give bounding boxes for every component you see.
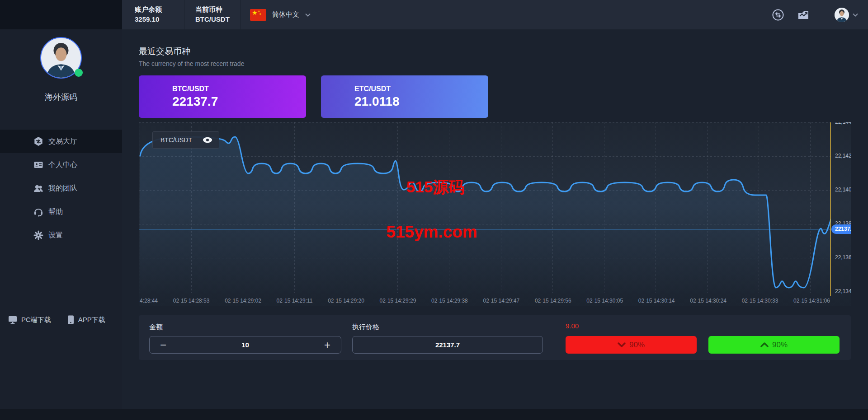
x-axis-label: 02-15 14:29:29 bbox=[380, 298, 416, 304]
app-root: 账户余额 3259.10 当前币种 BTC/USDT ★★★ 简体中文 bbox=[0, 0, 868, 420]
price-chart[interactable]: BTC/USDT 515源码 515ym.com 22,14422,14222,… bbox=[139, 122, 851, 306]
y-axis-label: 22,142 bbox=[835, 153, 851, 159]
app-download-link[interactable]: APP下载 bbox=[67, 315, 105, 324]
countdown-timer: 9.00 bbox=[566, 322, 579, 330]
execution-price-field bbox=[352, 336, 543, 354]
sidebar-item-label: 帮助 bbox=[48, 207, 63, 217]
language-selector[interactable]: ★★★ 简体中文 bbox=[250, 0, 311, 29]
y-axis-label: 22,144 bbox=[835, 122, 851, 125]
app-download-label: APP下载 bbox=[78, 316, 105, 324]
headset-help-icon bbox=[33, 207, 43, 217]
x-axis-label: 02-15 14:31:06 bbox=[793, 298, 830, 304]
symbol-chip[interactable]: BTC/USDT bbox=[152, 131, 219, 149]
sidebar: 海外源码 交易大厅 bbox=[0, 29, 122, 409]
transfer-icon[interactable] bbox=[772, 9, 784, 21]
current-pair-value: BTC/USDT bbox=[195, 14, 241, 24]
x-axis-label: 02-15 14:29:38 bbox=[431, 298, 468, 304]
amount-input[interactable] bbox=[177, 341, 314, 349]
topbar-actions bbox=[772, 0, 858, 29]
sidebar-item-label: 交易大厅 bbox=[48, 137, 77, 146]
account-balance-label: 账户余额 bbox=[135, 5, 184, 14]
bottom-strip bbox=[0, 409, 868, 420]
x-axis-label: 02-15 14:30:14 bbox=[638, 298, 675, 304]
pc-download-link[interactable]: PC端下载 bbox=[8, 315, 51, 324]
y-axis-label: 22,136 bbox=[835, 254, 851, 261]
pair-card-btc-usdt[interactable]: BTC/USDT 22137.7 bbox=[139, 75, 306, 118]
language-label: 简体中文 bbox=[272, 10, 299, 19]
sidebar-item-label: 我的团队 bbox=[48, 184, 77, 193]
pair-price: 21.0118 bbox=[354, 94, 488, 109]
account-balance-value: 3259.10 bbox=[135, 14, 184, 24]
order-panel: 金额 − + 执行价格 9.00 90% 90% bbox=[139, 315, 851, 360]
market-chart-icon[interactable] bbox=[797, 9, 809, 20]
profile-avatar[interactable] bbox=[40, 37, 82, 79]
trade-hall-icon bbox=[33, 136, 43, 146]
x-axis-label: 02-15 14:29:11 bbox=[277, 298, 313, 304]
sell-down-button[interactable]: 90% bbox=[566, 336, 697, 354]
pair-name: BTC/USDT bbox=[172, 84, 306, 94]
recent-pairs: BTC/USDT 22137.7 ETC/USDT 21.0118 bbox=[139, 75, 488, 118]
page-subtitle: The currency of the most recent trade bbox=[139, 60, 244, 67]
execution-price-input[interactable] bbox=[353, 336, 542, 353]
x-axis-label: 02-15 14:29:56 bbox=[535, 298, 571, 304]
watermark-url: 515ym.com bbox=[380, 223, 484, 242]
watermark-text: 515源码 bbox=[383, 177, 487, 198]
x-axis-label: 02-15 14:29:20 bbox=[328, 298, 364, 304]
current-pair-block: 当前币种 BTC/USDT bbox=[184, 0, 241, 29]
china-flag-icon: ★★★ bbox=[250, 9, 266, 21]
amount-stepper: − + bbox=[149, 336, 341, 354]
phone-icon bbox=[67, 315, 74, 324]
sidebar-header-corner bbox=[0, 0, 122, 29]
user-avatar[interactable] bbox=[835, 8, 849, 22]
y-axis-label: 22,140 bbox=[835, 187, 851, 193]
current-price-pill: 22137.7 bbox=[831, 224, 851, 234]
symbol-chip-label: BTC/USDT bbox=[160, 136, 192, 144]
pair-card-etc-usdt[interactable]: ETC/USDT 21.0118 bbox=[321, 75, 488, 118]
sidebar-item-label: 设置 bbox=[48, 231, 63, 240]
monitor-icon bbox=[8, 316, 17, 324]
y-axis-labels: 22,14422,14222,14022,13822,13622,134 bbox=[139, 122, 851, 306]
page-title: 最近交易币种 bbox=[139, 46, 190, 57]
arrow-up-icon bbox=[760, 342, 769, 347]
sell-percent: 90% bbox=[629, 341, 645, 350]
sidebar-item-label: 个人中心 bbox=[48, 160, 77, 170]
topbar: 账户余额 3259.10 当前币种 BTC/USDT ★★★ 简体中文 bbox=[122, 0, 868, 29]
id-card-icon bbox=[33, 160, 43, 170]
team-icon bbox=[33, 183, 43, 193]
x-axis-label: 02-15 14:30:24 bbox=[690, 298, 726, 304]
download-links: PC端下载 APP下载 bbox=[8, 315, 105, 324]
sidebar-nav: 交易大厅 个人中心 bbox=[0, 130, 122, 247]
y-axis-label: 22,134 bbox=[835, 288, 851, 294]
account-balance-block: 账户余额 3259.10 bbox=[122, 0, 184, 29]
eye-icon[interactable] bbox=[203, 137, 212, 143]
amount-label: 金额 bbox=[149, 323, 163, 331]
pair-name: ETC/USDT bbox=[354, 84, 488, 94]
x-axis-labels: 4:28:4402-15 14:28:5302-15 14:29:0202-15… bbox=[139, 296, 831, 306]
execution-price-label: 执行价格 bbox=[352, 323, 379, 331]
x-axis-label: 02-15 14:29:47 bbox=[483, 298, 519, 304]
x-axis-label: 02-15 14:29:02 bbox=[225, 298, 261, 304]
pc-download-label: PC端下载 bbox=[21, 316, 51, 324]
sidebar-item-personal-center[interactable]: 个人中心 bbox=[0, 153, 122, 177]
sidebar-item-help[interactable]: 帮助 bbox=[0, 200, 122, 224]
online-status-dot bbox=[75, 69, 83, 77]
x-axis-label: 02-15 14:30:33 bbox=[742, 298, 778, 304]
x-axis-label: 02-15 14:28:53 bbox=[173, 298, 210, 304]
avatar-chevron-down-icon[interactable] bbox=[853, 13, 858, 17]
decrease-button[interactable]: − bbox=[150, 337, 177, 353]
buy-up-button[interactable]: 90% bbox=[708, 336, 840, 354]
sidebar-item-my-team[interactable]: 我的团队 bbox=[0, 177, 122, 200]
main-content: 最近交易币种 The currency of the most recent t… bbox=[122, 29, 868, 409]
current-pair-label: 当前币种 bbox=[195, 5, 241, 14]
x-axis-label: 4:28:44 bbox=[140, 298, 158, 304]
username: 海外源码 bbox=[0, 92, 122, 103]
increase-button[interactable]: + bbox=[314, 337, 341, 353]
buy-percent: 90% bbox=[772, 341, 788, 350]
sidebar-item-trade-hall[interactable]: 交易大厅 bbox=[0, 130, 122, 153]
x-axis-label: 02-15 14:30:05 bbox=[586, 298, 623, 304]
chevron-down-icon bbox=[305, 13, 311, 17]
pair-price: 22137.7 bbox=[172, 94, 306, 109]
arrow-down-icon bbox=[618, 342, 626, 347]
gear-icon bbox=[33, 230, 43, 240]
sidebar-item-settings[interactable]: 设置 bbox=[0, 224, 122, 247]
